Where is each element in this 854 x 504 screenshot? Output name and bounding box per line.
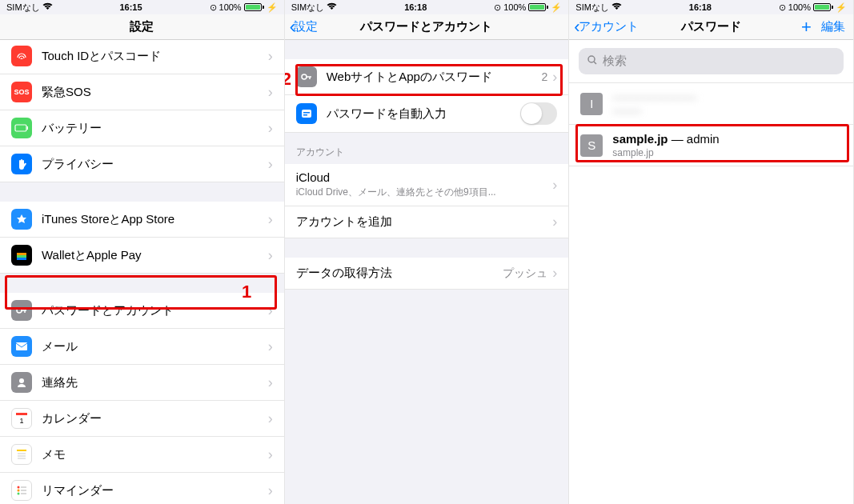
row-notes[interactable]: メモ › bbox=[0, 437, 284, 473]
svg-rect-2 bbox=[17, 253, 26, 255]
battery-pct: 100% bbox=[503, 2, 526, 12]
page-title: パスワード bbox=[681, 19, 741, 34]
svg-rect-1 bbox=[27, 126, 29, 130]
search-icon bbox=[587, 54, 598, 68]
svg-point-24 bbox=[588, 56, 595, 62]
password-item-hidden[interactable]: I ——————— ——— bbox=[569, 82, 853, 125]
status-time: 16:15 bbox=[119, 2, 142, 12]
row-label: データの取得方法 bbox=[296, 266, 503, 281]
svg-point-20 bbox=[302, 74, 307, 79]
row-calendar[interactable]: 1 カレンダー › bbox=[0, 401, 284, 437]
contacts-icon bbox=[11, 372, 32, 393]
row-label: iTunes StoreとApp Store bbox=[42, 212, 263, 227]
highlight-number-2: 2 bbox=[285, 69, 291, 90]
row-reminders[interactable]: リマインダー › bbox=[0, 473, 284, 504]
charging-icon: ⚡ bbox=[836, 2, 847, 13]
svg-rect-23 bbox=[303, 114, 307, 116]
row-mail[interactable]: メール › bbox=[0, 329, 284, 365]
title-separator: — bbox=[668, 132, 687, 146]
pw-accounts-list[interactable]: WebサイトとAppのパスワード 2 › パスワードを自動入力 アカウント iC… bbox=[285, 40, 569, 504]
battery-icon bbox=[244, 3, 264, 11]
chevron-right-icon: › bbox=[268, 410, 273, 427]
battery-pct: 100% bbox=[219, 2, 242, 12]
svg-rect-4 bbox=[17, 258, 26, 260]
add-button[interactable]: + bbox=[801, 18, 812, 36]
row-label: プライバシー bbox=[42, 157, 263, 172]
svg-rect-6 bbox=[16, 342, 27, 350]
back-label: 設定 bbox=[294, 19, 318, 34]
chevron-right-icon: › bbox=[268, 338, 273, 355]
screen-passwords-list: SIMなし 16:18 ⊙ 100% ⚡ ‹アカウント パスワード + 編集 検… bbox=[569, 0, 854, 504]
row-battery[interactable]: バッテリー › bbox=[0, 110, 284, 146]
row-icloud[interactable]: iCloud iCloud Drive、メール、連絡先とその他9項目... › bbox=[285, 164, 569, 206]
charging-icon: ⚡ bbox=[551, 2, 562, 13]
appstore-icon bbox=[11, 209, 32, 230]
mail-icon bbox=[11, 336, 32, 357]
svg-point-16 bbox=[18, 493, 20, 495]
svg-rect-22 bbox=[303, 112, 310, 114]
row-value: プッシュ bbox=[503, 266, 547, 281]
highlight-number-1: 1 bbox=[242, 282, 251, 302]
row-label: アカウントを追加 bbox=[296, 214, 548, 230]
chevron-right-icon: › bbox=[552, 214, 557, 230]
passwords-content[interactable]: 検索 I ——————— ——— S sample.jp — admin sam… bbox=[569, 40, 853, 504]
screen-passwords-accounts: SIMなし 16:18 ⊙ 100% ⚡ ‹設定 パスワードとアカウント Web… bbox=[285, 0, 570, 504]
calendar-icon: 1 bbox=[11, 408, 32, 429]
battery-pct: 100% bbox=[788, 2, 811, 12]
autofill-toggle[interactable] bbox=[520, 102, 557, 125]
hidden-site-sub: ——— bbox=[612, 106, 842, 117]
row-data-fetch[interactable]: データの取得方法 プッシュ › bbox=[285, 258, 569, 290]
wifi-icon bbox=[611, 2, 622, 12]
hidden-site-title: ——————— bbox=[612, 90, 842, 104]
row-count: 2 bbox=[542, 70, 548, 83]
back-button[interactable]: ‹アカウント bbox=[574, 18, 638, 36]
hand-icon bbox=[11, 154, 32, 174]
chevron-right-icon: › bbox=[268, 211, 273, 228]
row-label: 緊急SOS bbox=[42, 85, 263, 100]
chevron-right-icon: › bbox=[268, 247, 273, 264]
battery-app-icon bbox=[11, 118, 32, 138]
fingerprint-icon bbox=[11, 46, 32, 66]
battery-icon bbox=[528, 3, 548, 11]
chevron-right-icon: › bbox=[268, 120, 273, 137]
password-item-sample[interactable]: S sample.jp — admin sample.jp bbox=[569, 125, 853, 166]
svg-line-25 bbox=[594, 62, 596, 64]
chevron-right-icon: › bbox=[268, 446, 273, 463]
chevron-right-icon: › bbox=[552, 177, 557, 194]
row-autofill[interactable]: パスワードを自動入力 bbox=[285, 95, 569, 133]
carrier-label: SIMなし bbox=[291, 2, 325, 14]
status-bar: SIMなし 16:15 ⊙ 100% ⚡ bbox=[0, 0, 284, 14]
row-label: WalletとApple Pay bbox=[42, 248, 263, 263]
alarm-icon: ⊙ bbox=[210, 2, 217, 13]
chevron-right-icon: › bbox=[268, 48, 273, 65]
row-website-passwords[interactable]: WebサイトとAppのパスワード 2 › bbox=[285, 59, 569, 95]
settings-list[interactable]: Touch IDとパスコード › SOS 緊急SOS › バッテリー › プライ… bbox=[0, 40, 284, 504]
row-touchid[interactable]: Touch IDとパスコード › bbox=[0, 40, 284, 74]
row-label: パスワードとアカウント bbox=[42, 303, 263, 318]
edit-button[interactable]: 編集 bbox=[821, 19, 845, 34]
svg-point-7 bbox=[19, 378, 24, 383]
nav-bar: ‹アカウント パスワード + 編集 bbox=[569, 14, 853, 40]
key-icon bbox=[11, 300, 32, 321]
row-sos[interactable]: SOS 緊急SOS › bbox=[0, 74, 284, 110]
nav-bar: 設定 bbox=[0, 14, 284, 40]
section-header-accounts: アカウント bbox=[285, 133, 569, 164]
row-wallet[interactable]: WalletとApple Pay › bbox=[0, 238, 284, 274]
chevron-right-icon: › bbox=[268, 482, 273, 499]
chevron-right-icon: › bbox=[268, 374, 273, 391]
row-add-account[interactable]: アカウントを追加 › bbox=[285, 206, 569, 238]
status-bar: SIMなし 16:18 ⊙ 100% ⚡ bbox=[569, 0, 853, 14]
status-time: 16:18 bbox=[689, 2, 712, 12]
row-sublabel: iCloud Drive、メール、連絡先とその他9項目... bbox=[296, 186, 548, 199]
row-label: WebサイトとAppのパスワード bbox=[327, 70, 542, 85]
site-avatar: I bbox=[580, 93, 603, 115]
row-itunes[interactable]: iTunes StoreとApp Store › bbox=[0, 202, 284, 238]
row-label: カレンダー bbox=[42, 411, 263, 426]
back-label: アカウント bbox=[579, 19, 639, 34]
site-sub: sample.jp bbox=[612, 147, 842, 158]
back-button[interactable]: ‹設定 bbox=[290, 18, 318, 36]
row-privacy[interactable]: プライバシー › bbox=[0, 146, 284, 182]
search-input[interactable]: 検索 bbox=[579, 48, 844, 74]
row-contacts[interactable]: 連絡先 › bbox=[0, 365, 284, 401]
site-title: sample.jp — admin bbox=[612, 132, 842, 146]
